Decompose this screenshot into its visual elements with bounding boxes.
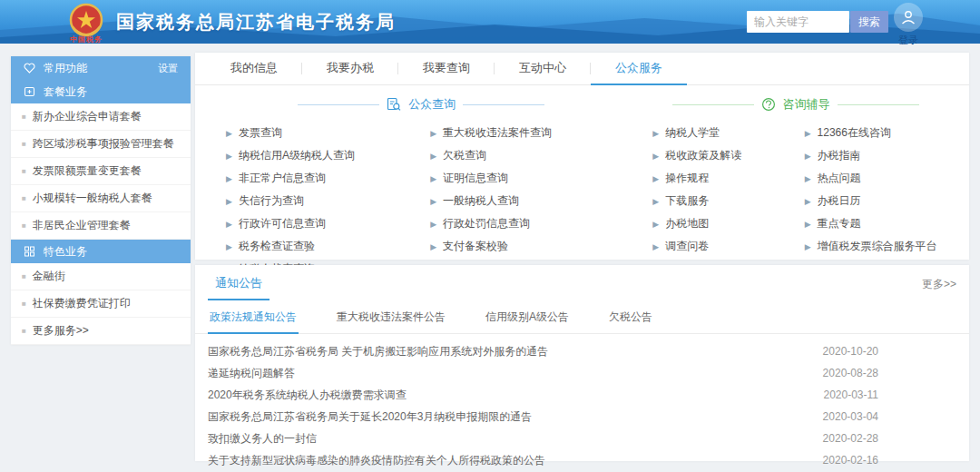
notice-row[interactable]: 致扣缴义务人的一封信 2020-02-28: [208, 428, 956, 449]
login-link[interactable]: 登录: [889, 34, 927, 47]
main-tab[interactable]: 我要办税: [302, 53, 398, 85]
consult-guidance-section: 咨询辅导 ▶ 纳税人学堂 ▶ 税收政策及解读 ▶ 操作规程 ▶ 下载服务: [634, 93, 956, 280]
query-link[interactable]: ▶ 欠税查询: [430, 144, 634, 167]
consult-link-column-1: ▶ 纳税人学堂 ▶ 税收政策及解读 ▶ 操作规程 ▶ 下载服务 ▶ 办税地图: [652, 122, 804, 258]
consult-link[interactable]: ▶ 增值税发票综合服务平台: [805, 235, 956, 258]
triangle-right-icon: ▶: [652, 152, 659, 161]
notice-row[interactable]: 递延纳税问题解答 2020-08-28: [208, 362, 956, 384]
bullet-icon: ■: [22, 272, 26, 280]
query-link[interactable]: ▶ 证明信息查询: [430, 167, 634, 190]
settings-link[interactable]: 设置: [158, 62, 178, 75]
query-link-label: 非正常户信息查询: [239, 171, 326, 186]
search-input[interactable]: [747, 11, 849, 33]
user-avatar-button[interactable]: [894, 3, 923, 32]
notice-tab[interactable]: 政策法规通知公告: [208, 300, 299, 334]
notice-title[interactable]: 2020年税务系统纳税人办税缴费需求调查: [208, 388, 407, 403]
sidebar-header-package-services[interactable]: 套餐业务: [11, 80, 191, 103]
query-link[interactable]: ▶ 税务检查证查验: [226, 235, 430, 258]
consult-link-label: 热点问题: [818, 171, 861, 186]
consult-link[interactable]: ▶ 操作规程: [652, 167, 804, 190]
notice-title[interactable]: 国家税务总局江苏省税务局 关于机房搬迁影响应用系统对外服务的通告: [208, 344, 548, 359]
sidebar-item-label: 金融街: [33, 269, 65, 284]
main-tab[interactable]: 我要查询: [398, 53, 495, 85]
notice-panel-title[interactable]: 通知公告: [208, 265, 270, 300]
sidebar-item[interactable]: ■ 发票限额票量变更套餐: [11, 158, 191, 185]
consult-link[interactable]: ▶ 纳税人学堂: [652, 122, 804, 144]
triangle-right-icon: ▶: [226, 220, 232, 229]
consult-link-label: 增值税发票综合服务平台: [818, 239, 937, 254]
consult-link-label: 税收政策及解读: [665, 148, 741, 163]
sidebar-item-label: 非居民企业管理套餐: [33, 218, 131, 233]
query-link-label: 证明信息查询: [443, 171, 508, 186]
grid-icon: [24, 246, 35, 257]
sidebar-item[interactable]: ■ 小规模转一般纳税人套餐: [11, 185, 191, 212]
consult-link[interactable]: ▶ 办税日历: [805, 190, 956, 212]
query-link[interactable]: ▶ 纳税信用A级纳税人查询: [226, 144, 430, 167]
consult-link[interactable]: ▶ 调查问卷: [652, 235, 804, 258]
triangle-right-icon: ▶: [430, 129, 436, 138]
public-query-section: 公众查询 ▶ 发票查询 ▶ 纳税信用A级纳税人查询 ▶ 非正常户信息查询 ▶: [208, 93, 634, 280]
notice-tab[interactable]: 信用级别A级公告: [484, 300, 571, 334]
query-link-column-2: ▶ 重大税收违法案件查询 ▶ 欠税查询 ▶ 证明信息查询 ▶ 一般纳税人查询 ▶…: [430, 122, 634, 280]
triangle-right-icon: ▶: [805, 242, 811, 251]
public-services-panel: 我的信息我要办税我要查询互动中心公众服务 公众查询 ▶ 发票查询: [195, 53, 969, 260]
notice-tab[interactable]: 重大税收违法案件公告: [335, 300, 447, 334]
sidebar-item[interactable]: ■ 非居民企业管理套餐: [11, 212, 191, 240]
bullet-icon: ■: [22, 140, 26, 148]
query-link[interactable]: ▶ 失信行为查询: [226, 190, 430, 212]
query-link-label: 一般纳税人查询: [443, 193, 519, 209]
main-tab[interactable]: 公众服务: [591, 53, 687, 85]
search-button[interactable]: 搜索: [850, 11, 888, 33]
notice-title[interactable]: 致扣缴义务人的一封信: [208, 431, 317, 447]
sidebar-item[interactable]: ■ 金融街: [11, 263, 191, 290]
query-link[interactable]: ▶ 行政处罚信息查询: [430, 212, 634, 235]
query-link[interactable]: ▶ 行政许可信息查询: [226, 212, 430, 235]
package-icon: [24, 86, 35, 97]
consult-link[interactable]: ▶ 办税指南: [805, 144, 956, 167]
consult-link[interactable]: ▶ 热点问题: [805, 167, 956, 190]
consult-link[interactable]: ▶ 税收政策及解读: [652, 144, 804, 167]
main-tab[interactable]: 我的信息: [206, 53, 302, 85]
triangle-right-icon: ▶: [430, 220, 436, 229]
sidebar-item-label: 发票限额票量变更套餐: [33, 163, 142, 179]
sidebar-item[interactable]: ■ 更多服务>>: [11, 318, 191, 345]
sidebar-item[interactable]: ■ 新办企业综合申请套餐: [11, 103, 191, 131]
sidebar-header-special-services[interactable]: 特色业务: [11, 240, 191, 263]
heart-icon: [24, 63, 35, 74]
sidebar-special-list: ■ 金融街 ■ 社保费缴费凭证打印 ■ 更多服务>>: [11, 263, 191, 345]
main-tab[interactable]: 互动中心: [495, 53, 591, 85]
sidebar-header-common-functions[interactable]: 常用功能 设置: [11, 56, 191, 80]
notice-date: 2020-08-28: [823, 367, 878, 379]
consult-link-label: 操作规程: [665, 171, 709, 186]
consult-link[interactable]: ▶ 下载服务: [652, 190, 804, 212]
notice-date: 2020-03-04: [823, 410, 878, 423]
consult-link[interactable]: ▶ 办税地图: [652, 212, 804, 235]
query-link[interactable]: ▶ 非正常户信息查询: [226, 167, 430, 190]
consult-link[interactable]: ▶ 12366在线咨询: [805, 122, 956, 144]
consult-link[interactable]: ▶ 重点专题: [805, 212, 956, 235]
notice-row[interactable]: 国家税务总局江苏省税务局关于延长2020年3月纳税申报期限的通告 2020-03…: [208, 406, 956, 428]
triangle-right-icon: ▶: [430, 152, 436, 161]
triangle-right-icon: ▶: [805, 129, 811, 138]
more-link[interactable]: 更多>>: [922, 277, 956, 300]
top-banner: 中国税务 国家税务总局江苏省电子税务局 搜索: [0, 0, 980, 44]
site-title: 国家税务总局江苏省电子税务局: [116, 0, 396, 44]
query-link[interactable]: ▶ 发票查询: [226, 122, 430, 144]
consult-link-label: 办税日历: [818, 193, 861, 209]
query-link-column-1: ▶ 发票查询 ▶ 纳税信用A级纳税人查询 ▶ 非正常户信息查询 ▶ 失信行为查询…: [226, 122, 430, 280]
user-icon: [900, 9, 916, 25]
notice-row[interactable]: 2020年税务系统纳税人办税缴费需求调查 2020-03-11: [208, 384, 956, 406]
query-link[interactable]: ▶ 支付备案校验: [430, 235, 634, 258]
sidebar-item[interactable]: ■ 社保费缴费凭证打印: [11, 290, 191, 318]
notice-title[interactable]: 递延纳税问题解答: [208, 366, 295, 381]
notice-title[interactable]: 国家税务总局江苏省税务局关于延长2020年3月纳税申报期限的通告: [208, 409, 532, 425]
notice-row[interactable]: 关于支持新型冠状病毒感染的肺炎疫情防控有关个人所得税政策的公告 2020-02-…: [208, 449, 956, 471]
notice-tab[interactable]: 欠税公告: [607, 300, 654, 334]
query-link[interactable]: ▶ 重大税收违法案件查询: [430, 122, 634, 144]
query-link[interactable]: ▶ 一般纳税人查询: [430, 190, 634, 212]
consult-link-label: 办税指南: [818, 148, 861, 163]
sidebar-item-label: 跨区域涉税事项报验管理套餐: [33, 136, 174, 152]
notice-row[interactable]: 国家税务总局江苏省税务局 关于机房搬迁影响应用系统对外服务的通告 2020-10…: [208, 340, 956, 362]
notice-title[interactable]: 关于支持新型冠状病毒感染的肺炎疫情防控有关个人所得税政策的公告: [208, 453, 545, 468]
sidebar-item[interactable]: ■ 跨区域涉税事项报验管理套餐: [11, 131, 191, 158]
